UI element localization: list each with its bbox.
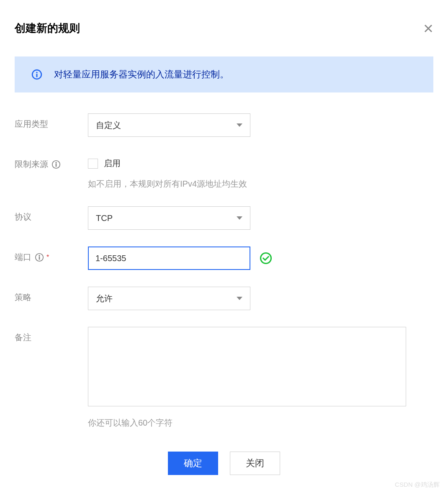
help-icon[interactable] [35, 253, 44, 262]
close-button[interactable]: 关闭 [230, 452, 280, 475]
remark-textarea[interactable] [88, 327, 406, 406]
check-circle-icon [260, 252, 272, 264]
help-icon[interactable] [51, 160, 61, 169]
svg-rect-5 [56, 164, 57, 166]
svg-point-9 [261, 253, 271, 264]
svg-rect-2 [36, 74, 37, 77]
svg-rect-8 [39, 257, 40, 259]
policy-value: 允许 [96, 293, 113, 304]
chevron-down-icon [237, 297, 242, 300]
policy-label: 策略 [15, 287, 88, 303]
remark-label: 备注 [15, 327, 88, 343]
svg-point-1 [36, 72, 37, 73]
watermark: CSDN @鸡汤辉 [395, 481, 440, 489]
protocol-select[interactable]: TCP [88, 206, 250, 230]
protocol-label: 协议 [15, 206, 88, 223]
remark-help: 你还可以输入60个字符 [88, 417, 433, 429]
port-label: 端口 * [15, 246, 88, 263]
enable-checkbox-label: 启用 [104, 158, 121, 169]
app-type-select[interactable]: 自定义 [88, 113, 250, 137]
limit-source-help: 如不启用，本规则对所有IPv4源地址均生效 [88, 178, 433, 190]
svg-point-4 [56, 162, 57, 163]
required-indicator: * [46, 254, 49, 261]
info-banner: 对轻量应用服务器实例的入流量进行控制。 [15, 56, 433, 92]
chevron-down-icon [237, 123, 242, 127]
close-icon[interactable] [423, 23, 433, 33]
info-text: 对轻量应用服务器实例的入流量进行控制。 [54, 68, 229, 81]
app-type-label: 应用类型 [15, 113, 88, 130]
dialog-title: 创建新的规则 [15, 21, 80, 36]
chevron-down-icon [237, 216, 242, 220]
port-input[interactable] [88, 246, 250, 270]
limit-source-label: 限制来源 [15, 154, 88, 170]
protocol-value: TCP [96, 213, 113, 223]
svg-point-7 [39, 255, 40, 256]
info-icon [31, 69, 42, 80]
confirm-button[interactable]: 确定 [168, 452, 218, 475]
policy-select[interactable]: 允许 [88, 287, 250, 310]
app-type-value: 自定义 [96, 120, 121, 131]
enable-checkbox[interactable] [88, 159, 98, 169]
